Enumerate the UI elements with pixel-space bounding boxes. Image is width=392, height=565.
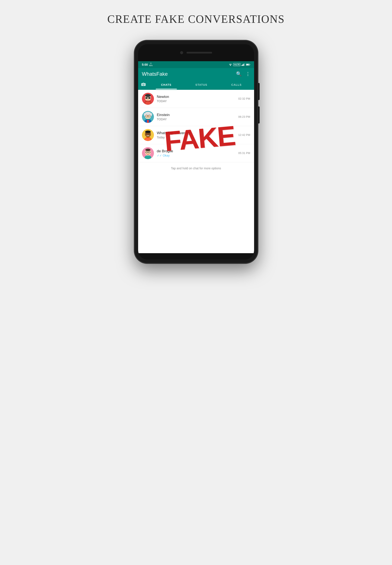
svg-rect-2 [242,64,243,66]
phone-shell: 5:00 0 kb/s VoLTE [134,40,258,263]
signal-icon [241,63,245,66]
chat-time-whatsapp: 12:42 PM [238,133,250,136]
chat-sub-broglie: ✓✓ Okay [157,154,235,157]
chat-item-newton[interactable]: Newton TODAY 02:32 PM [138,90,254,108]
tab-status[interactable]: STATUS [184,80,219,89]
chat-info-newton: Newton TODAY [157,95,235,103]
page-title: CREATE FAKE CONVERSATIONS [107,13,285,25]
chat-name-whatsapp: WhatsApp University [157,131,235,135]
avatar-newton [142,93,154,105]
status-kb: 0 kb/s [149,62,153,67]
header-icons: 🔍 ⋮ [236,71,250,77]
front-camera [180,51,183,54]
tap-hint: Tap and hold on chat for more options [138,162,254,174]
app-header: WhatsFake 🔍 ⋮ [138,68,254,80]
chat-list: FAKE [138,90,254,174]
status-bar: 5:00 0 kb/s VoLTE [138,61,254,68]
svg-rect-43 [145,156,151,159]
svg-point-32 [145,130,151,133]
svg-point-9 [143,84,144,85]
svg-rect-1 [241,65,242,66]
svg-point-0 [230,65,231,66]
chat-info-einstein: Einstein TODAY [157,113,235,121]
svg-rect-35 [145,138,151,141]
status-time: 5:00 [142,63,148,66]
chat-sub-whatsapp: Today [157,136,235,139]
svg-rect-17 [145,102,151,105]
chat-name-broglie: de Broglie [157,149,235,153]
tab-chats[interactable]: CHATS [149,80,184,89]
svg-point-13 [145,94,151,97]
speaker-grille [186,52,212,54]
app-title: WhatsFake [142,71,168,77]
phone-bottom [138,253,254,260]
chat-name-newton: Newton [157,95,235,99]
svg-point-34 [149,133,149,134]
phone-top-bar [138,44,254,61]
chat-info-whatsapp: WhatsApp University Today [157,131,235,139]
tab-camera[interactable] [138,80,149,90]
tab-calls[interactable]: CALLS [219,80,254,89]
phone-inner: 5:00 0 kb/s VoLTE [138,44,254,260]
volte-badge: VoLTE [233,63,240,66]
chat-time-broglie: 05:31 PM [238,151,250,155]
chat-sub-newton: TODAY [157,99,235,103]
wifi-icon [229,63,232,66]
search-icon[interactable]: 🔍 [236,71,242,77]
svg-rect-28 [147,120,149,123]
chat-item-einstein[interactable]: Einstein TODAY 06:23 PM [138,108,254,126]
svg-rect-3 [243,64,244,66]
status-bar-right: VoLTE [229,63,250,66]
phone-screen: 5:00 0 kb/s VoLTE [138,61,254,253]
svg-rect-7 [250,64,250,65]
chat-sub-einstein: TODAY [157,117,235,121]
chat-time-einstein: 06:23 PM [238,115,250,118]
menu-icon[interactable]: ⋮ [246,71,250,77]
avatar-whatsapp [142,129,154,141]
svg-rect-4 [244,63,245,66]
svg-point-39 [145,149,151,151]
avatar-einstein [142,111,154,123]
chat-item-broglie[interactable]: de Broglie ✓✓ Okay 05:31 PM [138,144,254,162]
chat-name-einstein: Einstein [157,113,235,117]
chat-info-broglie: de Broglie ✓✓ Okay [157,149,235,157]
status-bar-left: 5:00 0 kb/s [142,62,153,67]
avatar-broglie [142,147,154,159]
chat-item-whatsapp[interactable]: WhatsApp University Today 12:42 PM [138,126,254,144]
svg-rect-14 [145,97,148,99]
chat-time-newton: 02:32 PM [238,97,250,100]
tabs-bar: CHATS STATUS CALLS [138,80,254,90]
svg-rect-15 [148,97,151,99]
battery-icon [246,63,250,66]
svg-point-33 [146,133,147,134]
svg-rect-6 [246,64,249,65]
